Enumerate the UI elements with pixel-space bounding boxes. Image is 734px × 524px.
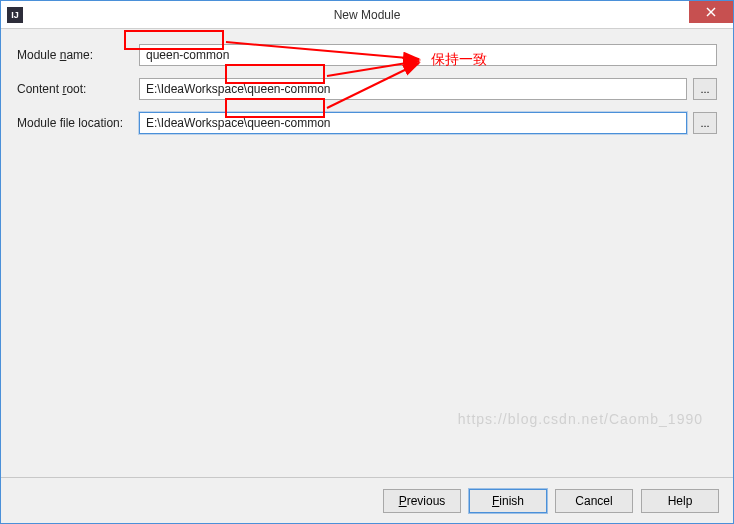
module-name-row: Module name:	[17, 43, 717, 67]
previous-button[interactable]: Previous	[383, 489, 461, 513]
content-root-browse-button[interactable]: ...	[693, 78, 717, 100]
dialog-content: Module name: Content root: ... Module fi…	[1, 29, 733, 477]
cancel-button[interactable]: Cancel	[555, 489, 633, 513]
module-name-label: Module name:	[17, 48, 139, 62]
content-root-row: Content root: ...	[17, 77, 717, 101]
button-bar: Previous Finish Cancel Help	[1, 477, 733, 523]
module-file-location-input[interactable]	[139, 112, 687, 134]
module-name-input[interactable]	[139, 44, 717, 66]
app-icon: IJ	[7, 7, 23, 23]
close-icon	[706, 7, 716, 17]
module-file-location-row: Module file location: ...	[17, 111, 717, 135]
module-file-location-browse-button[interactable]: ...	[693, 112, 717, 134]
content-root-label: Content root:	[17, 82, 139, 96]
close-button[interactable]	[689, 1, 733, 23]
content-root-input[interactable]	[139, 78, 687, 100]
finish-button[interactable]: Finish	[469, 489, 547, 513]
window-title: New Module	[1, 8, 733, 22]
new-module-dialog: IJ New Module Module name: Content root:…	[0, 0, 734, 524]
module-file-location-label: Module file location:	[17, 116, 139, 130]
titlebar: IJ New Module	[1, 1, 733, 29]
watermark: https://blog.csdn.net/Caomb_1990	[458, 411, 703, 427]
help-button[interactable]: Help	[641, 489, 719, 513]
